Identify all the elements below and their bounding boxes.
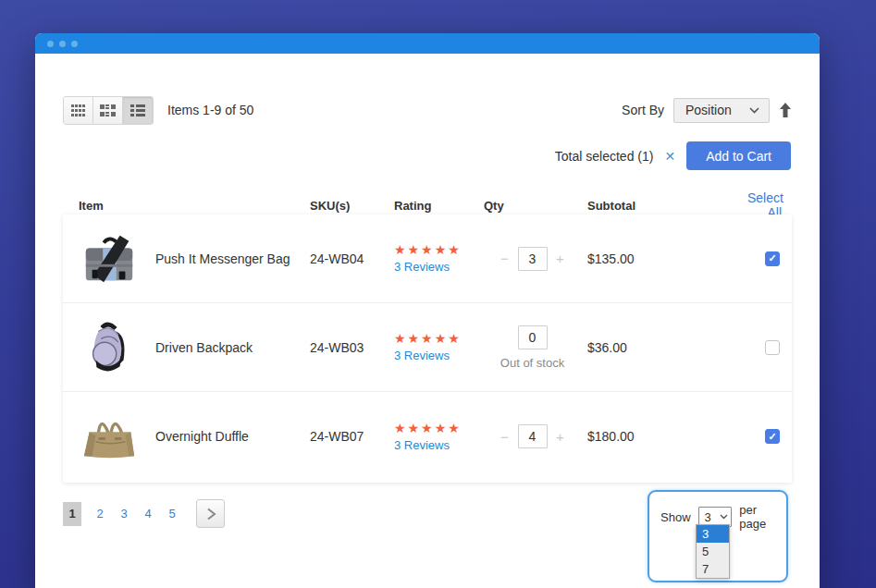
star-rating: ★★★★★ <box>394 243 484 256</box>
view-mode-list-button[interactable] <box>123 97 153 124</box>
product-subtotal: $180.00 <box>581 429 747 444</box>
next-page-button[interactable] <box>196 499 225 528</box>
product-subtotal: $135.00 <box>581 251 747 266</box>
per-page-option-5[interactable]: 5 <box>697 543 729 560</box>
product-name: Push It Messenger Bag <box>155 251 310 266</box>
show-label: Show <box>660 510 691 524</box>
page-link-2[interactable]: 2 <box>94 507 105 521</box>
qty-input[interactable] <box>518 247 548 271</box>
qty-cell: Out of stock <box>484 325 581 370</box>
window-titlebar <box>35 33 820 54</box>
total-selected-label: Total selected (1) <box>555 149 654 164</box>
star-rating: ★★★★★ <box>394 422 484 435</box>
chevron-right-icon <box>204 508 217 521</box>
product-sku: 24-WB03 <box>310 340 394 355</box>
row-checkbox[interactable]: ✓ <box>765 251 780 266</box>
product-rating: ★★★★★ 3 Reviews <box>394 332 484 362</box>
items-count: Items 1-9 of 50 <box>167 103 253 117</box>
table-row: Driven Backpack 24-WB03 ★★★★★ 3 Reviews … <box>63 303 792 392</box>
per-page-control: Show 3 per page 3 5 7 <box>648 490 788 582</box>
selection-bar: Total selected (1) ✕ Add to Cart <box>555 141 791 170</box>
arrow-up-icon <box>779 103 792 117</box>
qty-input[interactable] <box>518 325 548 349</box>
table-row: Push It Messenger Bag 24-WB04 ★★★★★ 3 Re… <box>63 214 792 303</box>
product-name: Driven Backpack <box>155 340 310 355</box>
page-link-5[interactable]: 5 <box>167 507 178 521</box>
view-mode-blocks-button[interactable] <box>93 97 123 124</box>
qty-decrease-button[interactable]: − <box>500 429 510 445</box>
page-current: 1 <box>63 502 81 526</box>
qty-input[interactable] <box>518 424 548 448</box>
duffle-bag-image <box>80 408 138 465</box>
product-rating: ★★★★★ 3 Reviews <box>394 422 484 452</box>
checkmark-icon: ✓ <box>768 253 776 263</box>
qty-increase-button[interactable]: + <box>556 251 565 266</box>
row-checkbox[interactable]: ✓ <box>765 340 780 355</box>
grid-icon <box>71 104 86 116</box>
reviews-link[interactable]: 3 Reviews <box>394 349 484 362</box>
window-dot[interactable] <box>71 41 78 47</box>
per-page-label: per page <box>739 503 786 531</box>
list-icon <box>130 104 145 116</box>
view-mode-switcher <box>63 96 154 125</box>
sort-by-select[interactable]: Position <box>673 98 770 123</box>
table-header: Item SKU(s) Rating Qty Subtotal Select A… <box>63 190 792 213</box>
page-link-4[interactable]: 4 <box>142 507 154 521</box>
qty-decrease-button[interactable]: − <box>500 251 510 266</box>
column-header-sku: SKU(s) <box>310 199 394 213</box>
qty-cell: − + <box>484 247 581 271</box>
page-link-3[interactable]: 3 <box>118 507 130 521</box>
product-image-duffle[interactable] <box>63 408 155 465</box>
sort-by-label: Sort By <box>622 103 664 117</box>
product-subtotal: $36.00 <box>581 340 747 355</box>
window-dot[interactable] <box>59 41 66 47</box>
backpack-image <box>80 319 138 376</box>
product-sku: 24-WB07 <box>310 429 394 444</box>
reviews-link[interactable]: 3 Reviews <box>394 438 484 452</box>
chevron-down-icon <box>720 514 728 520</box>
view-mode-grid-button[interactable] <box>64 97 93 124</box>
messenger-bag-image <box>80 230 138 288</box>
pagination: 1 2 3 4 5 <box>63 499 225 528</box>
star-rating: ★★★★★ <box>394 332 484 345</box>
stock-status: Out of stock <box>500 356 564 370</box>
product-image-messenger-bag[interactable] <box>63 230 155 288</box>
qty-increase-button[interactable]: + <box>556 429 565 445</box>
table-row: Overnight Duffle 24-WB07 ★★★★★ 3 Reviews… <box>63 392 792 481</box>
window-dot[interactable] <box>47 41 54 47</box>
product-sku: 24-WB04 <box>310 251 394 266</box>
per-page-option-3[interactable]: 3 <box>697 525 729 543</box>
sort-by-value: Position <box>685 103 732 117</box>
product-table: Push It Messenger Bag 24-WB04 ★★★★★ 3 Re… <box>63 214 792 483</box>
clear-selection-icon[interactable]: ✕ <box>664 149 675 164</box>
row-checkbox[interactable]: ✓ <box>765 429 780 444</box>
column-header-rating: Rating <box>394 199 484 213</box>
column-header-qty: Qty <box>484 199 581 213</box>
blocks-icon <box>100 104 116 116</box>
add-to-cart-button[interactable]: Add to Cart <box>686 141 791 170</box>
per-page-selected-value: 3 <box>705 510 711 524</box>
reviews-link[interactable]: 3 Reviews <box>394 260 484 274</box>
product-rating: ★★★★★ 3 Reviews <box>394 243 484 274</box>
per-page-dropdown: 3 5 7 <box>696 524 730 579</box>
checkmark-icon: ✓ <box>768 432 776 442</box>
sort-controls: Sort By Position <box>622 98 792 123</box>
sort-direction-button[interactable] <box>779 103 792 117</box>
product-name: Overnight Duffle <box>155 429 310 444</box>
per-page-option-7[interactable]: 7 <box>697 560 729 578</box>
toolbar: Items 1-9 of 50 Sort By Position <box>63 96 792 124</box>
qty-cell: − + <box>484 424 581 448</box>
column-header-item: Item <box>63 199 155 213</box>
chevron-down-icon <box>749 107 759 114</box>
product-image-backpack[interactable] <box>63 319 155 376</box>
app-window: Items 1-9 of 50 Sort By Position Total s <box>35 33 820 588</box>
page-content: Items 1-9 of 50 Sort By Position Total s <box>35 54 820 588</box>
column-header-subtotal: Subtotal <box>581 199 747 213</box>
